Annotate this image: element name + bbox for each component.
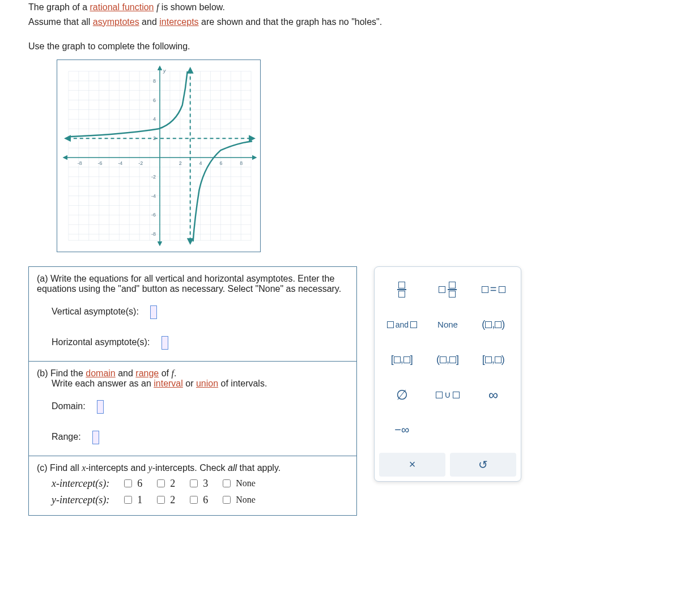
pal-mixed-fraction[interactable] bbox=[425, 275, 471, 304]
pal-neg-infinity[interactable]: −∞ bbox=[379, 415, 425, 445]
pal-reset-button[interactable]: ↺ bbox=[450, 453, 516, 477]
x-opt-0[interactable]: 6 bbox=[122, 478, 142, 490]
pal-none[interactable]: None bbox=[425, 310, 471, 339]
pal-empty-set[interactable]: ∅ bbox=[379, 380, 425, 410]
pal-clear-button[interactable]: × bbox=[379, 453, 445, 477]
range-label: Range: bbox=[52, 432, 81, 441]
symbol-palette: = and None (,) [,] (,] [,) ∅ ∪ ∞ −∞ × ↺ bbox=[374, 266, 521, 482]
svg-text:6: 6 bbox=[219, 160, 222, 166]
y-opt-1[interactable]: 2 bbox=[155, 494, 175, 506]
svg-text:-8: -8 bbox=[151, 231, 156, 237]
pal-equation[interactable]: = bbox=[470, 275, 516, 304]
reset-icon: ↺ bbox=[478, 458, 488, 471]
svg-text:-6: -6 bbox=[151, 212, 156, 218]
svg-text:4: 4 bbox=[153, 116, 156, 122]
part-a: (a) Write the equations for all vertical… bbox=[29, 267, 356, 362]
pal-interval-open-open[interactable]: (,) bbox=[470, 310, 516, 339]
ha-label: Horizontal asymptote(s): bbox=[52, 337, 150, 347]
svg-text:-4: -4 bbox=[118, 160, 122, 166]
range-input[interactable] bbox=[92, 431, 99, 444]
x-opt-2[interactable]: 3 bbox=[188, 478, 208, 490]
svg-text:-4: -4 bbox=[151, 193, 156, 198]
part-a-label: (a) bbox=[37, 274, 50, 283]
pal-interval-closed-open[interactable]: [,) bbox=[470, 345, 516, 375]
part-b: (b) Find the domain and range of f. Writ… bbox=[29, 362, 356, 456]
domain-label: Domain: bbox=[52, 401, 86, 411]
y-opt-0[interactable]: 1 bbox=[122, 494, 142, 506]
part-c-label: (c) bbox=[37, 463, 50, 473]
svg-text:6: 6 bbox=[153, 97, 156, 103]
term-asymptotes[interactable]: asymptotes bbox=[93, 17, 139, 27]
svg-text:-2: -2 bbox=[151, 174, 156, 180]
svg-text:-2: -2 bbox=[138, 160, 143, 166]
svg-text:8: 8 bbox=[153, 78, 156, 84]
pal-interval-closed-closed[interactable]: [,] bbox=[379, 345, 425, 375]
x-intercept-label: x-intercept(s): bbox=[52, 478, 109, 490]
svg-text:8: 8 bbox=[240, 160, 243, 166]
x-opt-1[interactable]: 2 bbox=[155, 478, 175, 490]
y-intercept-label: y-intercept(s): bbox=[52, 494, 109, 506]
term-union[interactable]: union bbox=[196, 379, 218, 388]
y-opt-2[interactable]: 6 bbox=[188, 494, 208, 506]
question-box: (a) Write the equations for all vertical… bbox=[28, 266, 357, 516]
intro-line1a: The graph of a bbox=[28, 2, 90, 12]
close-icon: × bbox=[409, 458, 416, 471]
term-intercepts[interactable]: intercepts bbox=[159, 17, 198, 27]
graph-box: -8-6-4-2 2468 8642 -2-4-6-8 y bbox=[57, 60, 261, 252]
term-rational-function[interactable]: rational function bbox=[90, 2, 154, 12]
svg-text:2: 2 bbox=[179, 160, 182, 166]
intro-text: The graph of a rational function f is sh… bbox=[28, 0, 652, 54]
pal-and[interactable]: and bbox=[379, 310, 425, 339]
domain-input[interactable] bbox=[97, 400, 104, 414]
pal-fraction[interactable] bbox=[379, 275, 425, 304]
ha-input[interactable] bbox=[162, 336, 168, 350]
part-b-label: (b) bbox=[37, 368, 50, 378]
svg-text:-6: -6 bbox=[98, 160, 103, 166]
part-c: (c) Find all x-intercepts and y-intercep… bbox=[29, 456, 356, 515]
term-interval[interactable]: interval bbox=[154, 379, 183, 388]
x-opt-3[interactable]: None bbox=[220, 478, 256, 489]
y-opt-3[interactable]: None bbox=[220, 494, 256, 505]
intro-instruction: Use the graph to complete the following. bbox=[28, 39, 652, 54]
function-graph: -8-6-4-2 2468 8642 -2-4-6-8 y bbox=[57, 60, 260, 252]
svg-text:y: y bbox=[163, 68, 166, 74]
pal-union[interactable]: ∪ bbox=[425, 380, 471, 410]
term-range[interactable]: range bbox=[135, 368, 159, 378]
svg-text:4: 4 bbox=[199, 160, 202, 166]
pal-interval-open-closed[interactable]: (,] bbox=[425, 345, 471, 375]
svg-text:-8: -8 bbox=[78, 160, 82, 166]
pal-infinity[interactable]: ∞ bbox=[470, 380, 516, 410]
term-domain[interactable]: domain bbox=[86, 368, 115, 378]
va-label: Vertical asymptote(s): bbox=[52, 307, 139, 316]
va-input[interactable] bbox=[150, 305, 157, 319]
